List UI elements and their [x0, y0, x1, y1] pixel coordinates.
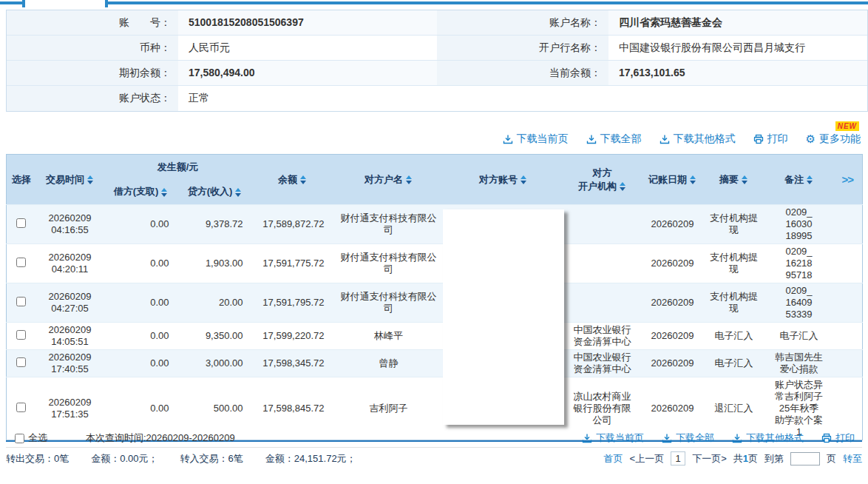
- column-header-counter-name[interactable]: 对方户名: [333, 155, 444, 205]
- row-checkbox[interactable]: [16, 218, 26, 228]
- download-icon: [586, 134, 597, 144]
- download-other-format-link[interactable]: 下载其他格式: [732, 431, 804, 445]
- download-icon: [660, 134, 670, 144]
- row-checkbox[interactable]: [16, 258, 26, 267]
- printer-icon: [753, 134, 764, 144]
- download-other-format-link[interactable]: 下载其他格式: [660, 132, 736, 146]
- tab-strip-line: [0, 1, 868, 4]
- account-number-value: 51001815208051506397: [178, 10, 437, 35]
- transaction-table-wrap: 选择 交易时间 发生额/元 余额 对方户名 对方账号 对方 开户机构 记账日期 …: [6, 154, 862, 442]
- outgoing-amount: 金额：0.00元；: [91, 452, 157, 465]
- table-row: 2026020904:16:55 0.00 9,378.72 17,589,87…: [7, 205, 863, 244]
- account-name-value: 四川省索玛慈善基金会: [608, 10, 867, 35]
- current-page-indicator: 1: [671, 451, 685, 465]
- tab-strip: [0, 0, 868, 7]
- outgoing-count: 转出交易：0笔: [6, 452, 69, 465]
- printer-icon: [821, 433, 832, 443]
- download-all-link[interactable]: 下载全部: [662, 431, 714, 445]
- opening-balance-value: 17,580,494.00: [178, 61, 437, 85]
- more-functions-link[interactable]: NEW ⚙ 更多功能: [806, 132, 861, 146]
- row-checkbox[interactable]: [16, 330, 26, 340]
- goto-page-input[interactable]: [790, 452, 820, 465]
- download-icon: [503, 134, 513, 144]
- table-row: 2026020917:40:55 0.00 3,000.00 17,598,34…: [7, 350, 863, 377]
- column-header-remark[interactable]: 备注: [765, 155, 833, 205]
- account-name-label: 账户名称：: [437, 10, 608, 35]
- download-all-link[interactable]: 下载全部: [586, 132, 642, 146]
- column-header-debit[interactable]: 借方(支取): [104, 180, 178, 205]
- empty-cell: [437, 86, 867, 111]
- download-icon: [732, 433, 742, 443]
- sort-arrows-icon[interactable]: [521, 175, 527, 184]
- row-checkbox[interactable]: [16, 357, 26, 367]
- gear-icon: ⚙: [806, 134, 816, 144]
- sort-arrows-icon[interactable]: [620, 182, 626, 191]
- account-number-label: 账 号：: [7, 10, 178, 35]
- account-status-value: 正常: [178, 86, 437, 111]
- double-chevron-icon: >>: [841, 173, 853, 186]
- column-header-balance[interactable]: 余额: [252, 155, 333, 205]
- row-checkbox[interactable]: [16, 403, 26, 412]
- query-time: 本次查询时间:20260209-20260209: [86, 431, 235, 445]
- account-info-panel: 账 号： 51001815208051506397 账户名称： 四川省索玛慈善基…: [6, 10, 868, 112]
- column-header-select: 选择: [7, 155, 36, 205]
- download-icon: [662, 433, 672, 443]
- next-page-link[interactable]: 下一页>: [692, 452, 727, 465]
- account-info-row: 期初余额： 17,580,494.00 当前余额： 17,613,101.65: [7, 61, 867, 86]
- row-checkbox[interactable]: [16, 297, 26, 306]
- incoming-amount: 金额：24,151.72元；: [265, 452, 356, 465]
- expand-columns-button[interactable]: >>: [833, 155, 863, 205]
- column-header-credit[interactable]: 贷方(收入): [178, 180, 252, 205]
- select-all-checkbox[interactable]: [15, 434, 24, 443]
- current-balance-label: 当前余额：: [437, 61, 608, 85]
- sort-arrows-icon[interactable]: [690, 175, 696, 184]
- incoming-count: 转入交易：6笔: [180, 452, 243, 465]
- total-pages: 共1页: [733, 452, 758, 465]
- list-footer: 全选 本次查询时间:20260209-20260209 下载当前页 下载全部 下…: [6, 429, 862, 448]
- download-icon: [582, 433, 592, 443]
- new-badge: NEW: [835, 121, 859, 131]
- sort-arrows-icon[interactable]: [742, 175, 748, 184]
- goto-unit: 页: [827, 452, 836, 465]
- column-header-counter-account[interactable]: 对方账号: [444, 155, 563, 205]
- column-header-book-date[interactable]: 记账日期: [642, 155, 703, 205]
- sort-arrows-icon[interactable]: [235, 188, 242, 197]
- bank-branch-label: 开户行名称：: [437, 36, 608, 60]
- account-info-row: 币种： 人民币元 开户行名称： 中国建设银行股份有限公司西昌月城支行: [7, 36, 867, 61]
- table-row: 2026020904:27:05 0.00 20.00 17,591,795.7…: [7, 283, 863, 323]
- column-header-counter-bank[interactable]: 对方 开户机构: [563, 155, 642, 205]
- sort-arrows-icon[interactable]: [87, 175, 94, 184]
- summary-bar: 转出交易：0笔 金额：0.00元； 转入交易：6笔 金额：24,151.72元；…: [6, 451, 862, 465]
- toolbar: 下载当前页 下载全部 下载其他格式 打印 NEW ⚙ 更多功能: [6, 120, 861, 151]
- sort-arrows-icon[interactable]: [161, 188, 168, 197]
- redaction-overlay: [443, 209, 564, 425]
- goto-label: 到第: [764, 452, 784, 465]
- prev-page-link[interactable]: <上一页: [630, 452, 665, 465]
- print-link[interactable]: 打印: [821, 431, 855, 445]
- active-tab[interactable]: [22, 0, 108, 7]
- bank-branch-value: 中国建设银行股份有限公司西昌月城支行: [608, 36, 867, 60]
- column-header-amount-group: 发生额/元: [104, 155, 252, 180]
- current-balance-value: 17,613,101.65: [608, 61, 867, 85]
- column-header-time[interactable]: 交易时间: [36, 155, 104, 205]
- account-status-label: 账户状态：: [7, 86, 178, 111]
- sort-arrows-icon[interactable]: [807, 175, 813, 184]
- opening-balance-label: 期初余额：: [7, 61, 178, 85]
- first-page-link[interactable]: 首页: [604, 452, 623, 465]
- column-header-summary[interactable]: 摘要: [703, 155, 765, 205]
- currency-label: 币种：: [7, 36, 178, 60]
- transaction-table: 选择 交易时间 发生额/元 余额 对方户名 对方账号 对方 开户机构 记账日期 …: [6, 154, 863, 440]
- sort-arrows-icon[interactable]: [406, 175, 413, 184]
- account-info-row: 账户状态： 正常: [7, 86, 867, 111]
- download-current-page-link[interactable]: 下载当前页: [503, 132, 569, 146]
- goto-button[interactable]: 转至: [843, 452, 862, 465]
- sort-arrows-icon[interactable]: [300, 175, 307, 184]
- account-info-row: 账 号： 51001815208051506397 账户名称： 四川省索玛慈善基…: [7, 10, 867, 36]
- pagination: 首页 <上一页 1 下一页> 共1页 到第 页 转至: [604, 451, 862, 465]
- banking-transaction-page: 账 号： 51001815208051506397 账户名称： 四川省索玛慈善基…: [0, 0, 868, 484]
- table-row: 2026020904:20:11 0.00 1,903.00 17,591,77…: [7, 244, 863, 283]
- download-current-page-link[interactable]: 下载当前页: [582, 431, 644, 445]
- print-link[interactable]: 打印: [753, 132, 788, 146]
- currency-value: 人民币元: [178, 36, 437, 60]
- table-row: 2026020914:05:51 0.00 9,350.00 17,599,22…: [7, 323, 863, 350]
